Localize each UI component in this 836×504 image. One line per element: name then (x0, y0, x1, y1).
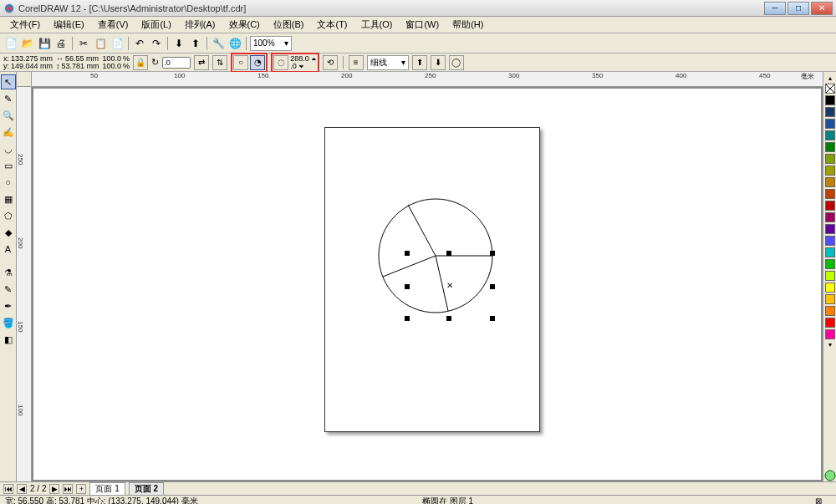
color-swatch[interactable] (825, 177, 835, 187)
smart-draw-tool[interactable]: ◡ (1, 141, 16, 156)
zoom-tool[interactable]: 🔍 (1, 108, 16, 123)
cut-button[interactable]: ✂ (76, 36, 91, 51)
canvas[interactable]: ✕ (32, 87, 823, 481)
color-swatch[interactable] (825, 259, 835, 269)
menu-effects[interactable]: 效果(C) (222, 17, 267, 33)
shape-tool[interactable]: ✎ (1, 91, 16, 106)
arc-mode-button[interactable]: ◌ (273, 55, 288, 70)
selection-handle-bm[interactable] (446, 316, 451, 321)
color-swatch[interactable] (825, 329, 835, 339)
pie-ellipse-object[interactable] (373, 193, 498, 318)
mirror-v-button[interactable]: ⇅ (212, 55, 227, 70)
menu-edit[interactable]: 编辑(E) (47, 17, 91, 33)
ruler-origin[interactable] (17, 72, 32, 87)
vertical-ruler[interactable]: 250 200 150 100 (17, 87, 32, 481)
selection-handle-tm[interactable] (446, 251, 451, 256)
palette-down-arrow[interactable]: ▾ (828, 340, 833, 349)
outline-width-select[interactable]: 细线▾ (367, 55, 409, 70)
menu-text[interactable]: 文本(T) (310, 17, 354, 33)
color-swatch[interactable] (825, 154, 835, 164)
mirror-h-button[interactable]: ⇄ (194, 55, 209, 70)
pie-mode-button[interactable]: ◔ (250, 55, 265, 70)
color-swatch[interactable] (825, 107, 835, 117)
horizontal-ruler[interactable]: 50 100 150 200 250 300 350 400 450 毫米 (32, 72, 823, 87)
arc-direction-button[interactable]: ⟲ (323, 55, 338, 70)
y-position[interactable]: 149.044 mm (11, 63, 53, 70)
corel-online-button[interactable]: 🌐 (227, 36, 242, 51)
undo-button[interactable]: ↶ (132, 36, 147, 51)
fill-tool[interactable]: 🪣 (1, 315, 16, 330)
selection-center[interactable]: ✕ (446, 283, 453, 289)
menu-window[interactable]: 窗口(W) (399, 17, 446, 33)
lock-ratio-button[interactable]: 🔒 (133, 55, 148, 70)
color-swatch[interactable] (825, 212, 835, 222)
outline-tool[interactable]: ✒ (1, 298, 16, 313)
menu-layout[interactable]: 版面(L) (135, 17, 177, 33)
ellipse-mode-button[interactable]: ○ (233, 55, 248, 70)
pick-tool[interactable]: ↖ (1, 74, 16, 89)
color-swatch[interactable] (825, 224, 835, 234)
first-page-button[interactable]: ⏮ (3, 484, 13, 494)
palette-flyout-icon[interactable] (824, 470, 836, 481)
zoom-level-select[interactable]: 100%▾ (250, 36, 292, 51)
open-button[interactable]: 📂 (20, 36, 35, 51)
menu-view[interactable]: 查看(V) (91, 17, 135, 33)
palette-up-arrow[interactable]: ▴ (828, 74, 833, 83)
menu-tools[interactable]: 工具(O) (354, 17, 400, 33)
blend-tool[interactable]: ⚗ (1, 265, 16, 280)
selection-handle-tl[interactable] (405, 251, 410, 256)
color-swatch[interactable] (825, 271, 835, 281)
scale-y[interactable]: 100.0 (103, 63, 122, 70)
maximize-button[interactable]: □ (788, 2, 809, 15)
color-swatch[interactable] (825, 247, 835, 257)
add-page-button[interactable]: + (76, 484, 86, 494)
menu-arrange[interactable]: 排列(A) (178, 17, 222, 33)
color-swatch[interactable] (825, 119, 835, 129)
convert-curves-button[interactable]: ◯ (449, 55, 464, 70)
paste-button[interactable]: 📄 (110, 36, 125, 51)
graph-paper-tool[interactable]: ▦ (1, 191, 16, 206)
selection-handle-br[interactable] (490, 316, 495, 321)
rectangle-tool[interactable]: ▭ (1, 158, 16, 173)
menu-help[interactable]: 帮助(H) (446, 17, 490, 33)
height-value[interactable]: 53.781 mm (62, 63, 99, 70)
color-swatch[interactable] (825, 130, 835, 140)
selection-handle-mr[interactable] (490, 284, 495, 289)
color-swatch[interactable] (825, 142, 835, 152)
selection-handle-tr[interactable] (490, 251, 495, 256)
freehand-tool[interactable]: ✍ (1, 125, 16, 140)
save-button[interactable]: 💾 (37, 36, 52, 51)
rotation-input[interactable] (162, 57, 191, 69)
prev-page-button[interactable]: ◀ (17, 484, 27, 494)
polygon-tool[interactable]: ⬠ (1, 208, 16, 223)
to-front-button[interactable]: ⬆ (412, 55, 427, 70)
color-swatch[interactable] (825, 201, 835, 211)
selection-handle-bl[interactable] (405, 316, 410, 321)
minimize-button[interactable]: ─ (764, 2, 786, 15)
ellipse-tool[interactable]: ○ (1, 175, 16, 190)
selection-handle-ml[interactable] (405, 284, 410, 289)
basic-shapes-tool[interactable]: ◆ (1, 225, 16, 240)
color-swatch[interactable] (825, 283, 835, 293)
to-back-button[interactable]: ⬇ (431, 55, 446, 70)
color-swatch[interactable] (825, 318, 835, 328)
color-swatch[interactable] (825, 306, 835, 316)
print-button[interactable]: 🖨 (54, 36, 69, 51)
app-launcher-button[interactable]: 🔧 (211, 36, 226, 51)
last-page-button[interactable]: ⏭ (63, 484, 73, 494)
page-tab-2[interactable]: 页面 2 (129, 482, 164, 496)
no-fill-swatch[interactable] (825, 84, 835, 94)
arc-end-angle[interactable]: .0 (290, 63, 297, 70)
eyedropper-tool[interactable]: ✎ (1, 282, 16, 297)
export-button[interactable]: ⬆ (188, 36, 203, 51)
color-swatch[interactable] (825, 189, 835, 199)
page-tab-1[interactable]: 页面 1 (89, 482, 125, 496)
menu-file[interactable]: 文件(F) (3, 17, 47, 33)
copy-button[interactable]: 📋 (93, 36, 108, 51)
next-page-button[interactable]: ▶ (49, 484, 59, 494)
wrap-text-button[interactable]: ≡ (349, 55, 364, 70)
color-swatch[interactable] (825, 236, 835, 246)
interactive-fill-tool[interactable]: ◧ (1, 332, 16, 347)
color-swatch[interactable] (825, 165, 835, 176)
menu-bitmap[interactable]: 位图(B) (267, 17, 311, 33)
